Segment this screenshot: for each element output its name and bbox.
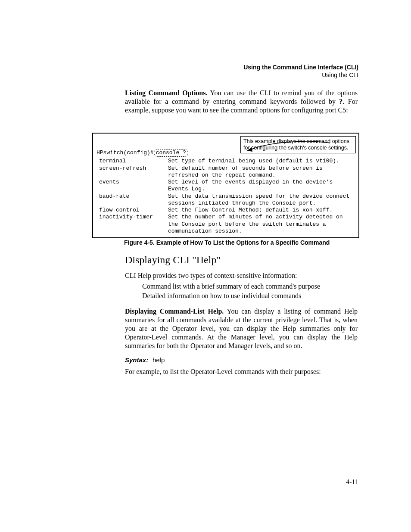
page-root: Using the Command Line Interface (CLI) U…	[0, 0, 411, 532]
list-item: Command list with a brief summary of eac…	[142, 282, 358, 291]
option-key: screen-refresh	[97, 165, 168, 179]
table-row: terminal Set type of terminal being used…	[97, 158, 356, 165]
option-key: flow-control	[97, 207, 168, 214]
syntax-command: help	[153, 356, 165, 364]
table-row: inactivity-timer Set the number of minut…	[97, 214, 356, 235]
figure-caption: Figure 4-5. Example of How To List the O…	[124, 239, 330, 246]
option-key: terminal	[97, 158, 168, 165]
paragraph-listing-command-options: Listing Command Options. You can use the…	[125, 89, 358, 115]
running-head: Using the Command Line Interface (CLI) U…	[243, 64, 358, 79]
option-desc: Set default number of seconds before scr…	[168, 165, 356, 179]
option-desc: Set the number of minutes of no activity…	[168, 214, 356, 235]
body-column-top: Listing Command Options. You can use the…	[125, 89, 358, 121]
page-number: 4-11	[346, 478, 358, 486]
figure-cli-console-options: This example displays the command option…	[92, 133, 359, 238]
option-desc: Set the Flow Control Method; default is …	[168, 207, 356, 214]
option-key: baud-rate	[97, 193, 168, 207]
table-row: baud-rate Set the data transmission spee…	[97, 193, 356, 207]
running-head-subtitle: Using the CLI	[243, 72, 358, 79]
runin-heading: Listing Command Options.	[125, 89, 207, 96]
option-key: events	[97, 179, 168, 193]
cli-prompt-prefix: HPswitch(config)#	[97, 149, 154, 156]
body-column-bottom: CLI Help provides two types of context-s…	[125, 271, 358, 382]
cli-options-table: terminal Set type of terminal being used…	[97, 158, 356, 235]
paragraph-help-intro: CLI Help provides two types of context-s…	[125, 271, 358, 280]
option-desc: Set level of the events displayed in the…	[168, 179, 356, 193]
cli-prompt-highlight: console ?	[154, 149, 188, 157]
option-desc: Set type of terminal being used (default…	[168, 158, 356, 165]
figure-callout: This example displays the command option…	[240, 136, 356, 153]
paragraph-example-lead: For example, to list the Operator-Level …	[125, 367, 358, 376]
option-desc: Set the data transmission speed for the …	[168, 193, 356, 207]
bullet-list: Command list with a brief summary of eac…	[125, 282, 358, 301]
runin-heading: Displaying Command-List Help.	[125, 308, 224, 315]
option-key: inactivity-timer	[97, 214, 168, 235]
paragraph-displaying-command-list-help: Displaying Command-List Help. You can di…	[125, 307, 358, 350]
list-item: Detailed information on how to use indiv…	[142, 291, 358, 301]
table-row: screen-refresh Set default number of sec…	[97, 165, 356, 179]
table-row: events Set level of the events displayed…	[97, 179, 356, 193]
syntax-label: Syntax:	[125, 356, 148, 364]
running-head-title: Using the Command Line Interface (CLI)	[243, 64, 358, 72]
syntax-line: Syntax: help	[125, 356, 358, 364]
table-row: flow-control Set the Flow Control Method…	[97, 207, 356, 214]
section-heading-displaying-cli-help: Displaying CLI "Help"	[125, 254, 221, 266]
